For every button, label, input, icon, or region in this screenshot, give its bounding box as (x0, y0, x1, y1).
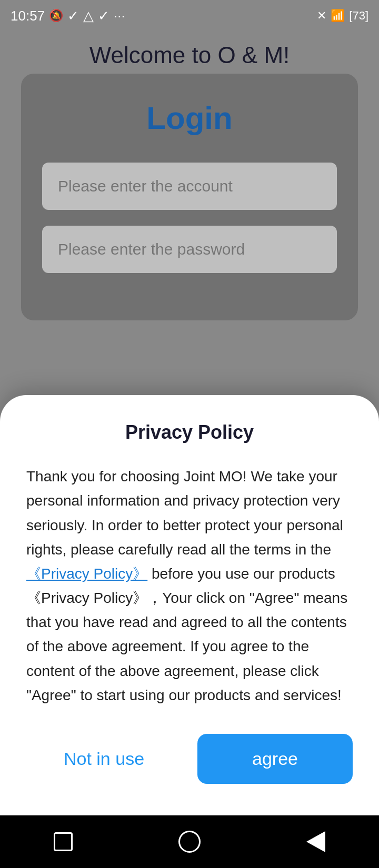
account-input[interactable] (42, 163, 337, 210)
home-button[interactable] (176, 829, 203, 855)
square-icon (54, 832, 73, 851)
wifi-icon: 📶 (331, 9, 345, 23)
password-input[interactable] (42, 226, 337, 273)
close-icon: ✕ (317, 9, 326, 23)
status-left: 10:57 🔕 ✓ △ ✓ ··· (11, 8, 125, 24)
back-button[interactable] (303, 829, 329, 855)
privacy-policy-link[interactable]: 《Privacy Policy》 (26, 566, 147, 582)
check-icon-1: ✓ (67, 8, 79, 24)
status-bar: 10:57 🔕 ✓ △ ✓ ··· ✕ 📶 [73] (0, 0, 379, 32)
cloud-icon: △ (83, 8, 94, 24)
welcome-text: Welcome to O & M! (0, 42, 379, 68)
triangle-icon (306, 831, 325, 852)
more-icon: ··· (114, 8, 125, 24)
not-in-use-button[interactable]: Not in use (26, 738, 182, 780)
login-title: Login (42, 100, 337, 136)
modal-body: Thank you for choosing Joint MO! We take… (26, 465, 353, 708)
modal-actions: Not in use agree (26, 734, 353, 784)
agree-button[interactable]: agree (197, 734, 353, 784)
body-text-2: before you use our products 《Privacy Pol… (26, 566, 347, 703)
mute-icon: 🔕 (49, 9, 63, 23)
login-card: Login (21, 74, 358, 320)
body-text-1: Thank you for choosing Joint MO! We take… (26, 468, 343, 558)
circle-icon (178, 831, 201, 853)
battery-indicator: [73] (349, 9, 368, 23)
recent-apps-button[interactable] (50, 829, 76, 855)
status-right: ✕ 📶 [73] (317, 9, 368, 23)
privacy-modal: Privacy Policy Thank you for choosing Jo… (0, 395, 379, 815)
check-icon-2: ✓ (98, 8, 109, 24)
nav-bar (0, 815, 379, 868)
status-time: 10:57 (11, 8, 45, 24)
modal-title: Privacy Policy (26, 421, 353, 443)
